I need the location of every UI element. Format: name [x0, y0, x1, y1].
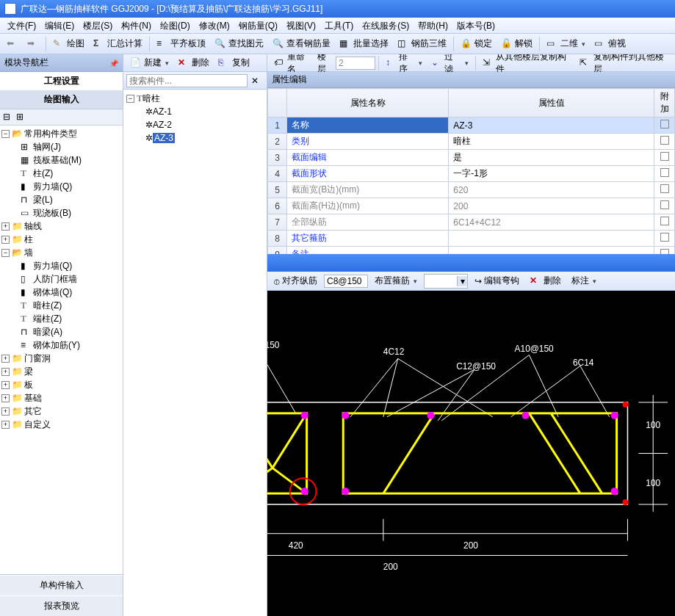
cell-name[interactable]: 类别 [287, 134, 449, 150]
tree-item[interactable]: ▯人防门框墙 [0, 272, 123, 286]
cell-val[interactable]: 6C14+4C12 [449, 214, 654, 231]
tree-item[interactable]: ⊓暗梁(A) [0, 325, 123, 338]
cell-name[interactable]: 其它箍筋 [287, 231, 449, 247]
tree-axis[interactable]: +轴线 [0, 220, 123, 233]
cell-val[interactable]: 620 [449, 182, 654, 198]
tree-item[interactable]: ▮剪力墙(Q) [0, 180, 123, 193]
menu-modify[interactable]: 修改(M) [195, 18, 234, 33]
tree-item[interactable]: ⊞轴网(J) [0, 140, 123, 153]
lock-button[interactable]: 锁定 [457, 36, 496, 52]
cell-val[interactable]: 一字-1形 [449, 166, 654, 182]
tab-drawin[interactable]: 绘图输入 [0, 90, 123, 109]
cell-name[interactable]: 全部纵筋 [287, 214, 449, 231]
cell-flag[interactable] [654, 117, 675, 134]
editbend-button[interactable]: ↪编辑弯钩 [471, 273, 523, 289]
menu-floor[interactable]: 楼层(S) [79, 18, 117, 33]
menu-file[interactable]: 文件(F) [3, 18, 40, 33]
batch-button[interactable]: ▦批量选择 [336, 36, 392, 52]
menu-draw[interactable]: 绘图(D) [156, 18, 195, 33]
new-button[interactable]: 新建 [126, 55, 173, 71]
tree-item[interactable]: ⊓梁(L) [0, 193, 123, 206]
tab-engset[interactable]: 工程设置 [0, 72, 123, 90]
cell-flag[interactable] [654, 166, 675, 182]
component-tree[interactable]: −暗柱 ✲AZ-1 ✲AZ-2 ✲AZ-3 [123, 90, 267, 616]
nav-tree[interactable]: −常用构件类型 ⊞轴网(J) ▦筏板基础(M) 柱(Z) ▮剪力墙(Q) ⊓梁(… [0, 126, 123, 574]
comp-item[interactable]: ✲AZ-1 [125, 105, 265, 118]
cell-name[interactable]: 截面形状 [287, 166, 449, 182]
cell-name[interactable]: 截面宽(B边)(mm) [287, 182, 449, 198]
threed-button[interactable]: ◫钢筋三维 [394, 36, 450, 52]
tree-beam[interactable]: +梁 [0, 365, 123, 378]
menu-view[interactable]: 视图(V) [282, 18, 320, 33]
tree-slab[interactable]: +板 [0, 378, 123, 391]
del-button[interactable]: 删除 [526, 273, 565, 289]
level-button[interactable]: ≡平齐板顶 [153, 36, 209, 52]
cell-val[interactable]: 200 [449, 198, 654, 214]
cell-val[interactable]: AZ-3 [449, 117, 654, 134]
menu-tools[interactable]: 工具(T) [320, 18, 358, 33]
cell-name[interactable]: 截面编辑 [287, 150, 449, 166]
tree-item[interactable]: 端柱(Z) [0, 312, 123, 325]
tree-item[interactable]: ▭现浇板(B) [0, 206, 123, 220]
note-button[interactable]: 标注 [568, 273, 600, 289]
tree-root[interactable]: −常用构件类型 [0, 127, 123, 140]
collapse-all-icon[interactable]: ⊞ [16, 112, 28, 123]
sort-button[interactable]: 排序 [382, 55, 426, 71]
search-input[interactable] [126, 74, 248, 87]
calc-button[interactable]: 汇总计算 [90, 36, 146, 52]
tree-door[interactable]: +门窗洞 [0, 352, 123, 365]
cell-name[interactable]: 截面高(H边)(mm) [287, 198, 449, 214]
nav-fwd-button[interactable] [24, 36, 43, 52]
filter-button[interactable]: 过滤 [427, 55, 472, 71]
tree-item[interactable]: ▦筏板基础(M) [0, 153, 123, 167]
comp-root[interactable]: −暗柱 [125, 92, 265, 105]
cell-flag[interactable] [654, 182, 675, 198]
tree-col[interactable]: +柱 [0, 233, 123, 246]
tree-item[interactable]: ▮砌体墙(Q) [0, 286, 123, 299]
menu-help[interactable]: 帮助(H) [414, 18, 452, 33]
menu-component[interactable]: 构件(N) [117, 18, 156, 33]
align-button[interactable]: ⦶对齐纵筋 [270, 273, 321, 289]
cell-val[interactable] [449, 231, 654, 247]
cell-flag[interactable] [654, 198, 675, 214]
2d-button[interactable]: ▭二维 [543, 36, 589, 52]
tree-item[interactable]: ≡砌体加筋(Y) [0, 338, 123, 352]
copyto-button[interactable]: ⇱复制构件到其他楼层 [576, 55, 672, 71]
clear-button[interactable]: ✕ [248, 73, 264, 89]
cell-val[interactable]: 暗柱 [449, 134, 654, 150]
comp-item[interactable]: ✲AZ-2 [125, 118, 265, 131]
overlook-button[interactable]: ▭俯视 [591, 36, 629, 52]
del-button[interactable]: 删除 [174, 55, 213, 71]
section-canvas[interactable]: C8@150 4C12 C12@150 A10@150 6C14 420 200… [267, 291, 675, 616]
find-button[interactable]: 查找图元 [211, 36, 267, 52]
cell-name[interactable]: 名称 [287, 117, 449, 134]
tree-item[interactable]: 暗柱(Z) [0, 299, 123, 312]
menu-rebar[interactable]: 钢筋量(Q) [234, 18, 282, 33]
menu-version[interactable]: 版本号(B) [452, 18, 499, 33]
rename-button[interactable]: 重命名 [270, 55, 316, 71]
hoop-select[interactable]: ▾ [424, 274, 468, 289]
col-name[interactable]: 属性名称 [287, 89, 449, 117]
tab-single[interactable]: 单构件输入 [0, 575, 123, 595]
cell-flag[interactable] [654, 134, 675, 150]
tree-item[interactable]: ▮剪力墙(Q) [0, 259, 123, 272]
tree-custom[interactable]: +自定义 [0, 418, 123, 431]
col-val[interactable]: 属性值 [449, 89, 654, 117]
cell-flag[interactable] [654, 214, 675, 231]
unlock-button[interactable]: 解锁 [497, 36, 536, 52]
tree-wall[interactable]: −墙 [0, 246, 123, 259]
tree-item[interactable]: 柱(Z) [0, 167, 123, 180]
find2-button[interactable]: 查看钢筋量 [269, 36, 334, 52]
align-input[interactable] [324, 275, 368, 288]
floor-input[interactable] [336, 57, 375, 70]
tree-found[interactable]: +基础 [0, 391, 123, 405]
menu-online[interactable]: 在线服务(S) [358, 18, 414, 33]
comp-item-selected[interactable]: ✲AZ-3 [125, 131, 265, 145]
tree-other[interactable]: +其它 [0, 405, 123, 418]
cell-flag[interactable] [654, 231, 675, 247]
expand-all-icon[interactable]: ⊟ [3, 112, 15, 123]
copy-button[interactable]: 复制 [214, 55, 253, 71]
copyfrom-button[interactable]: ⇲从其他楼层复制构件 [479, 55, 575, 71]
draw-button[interactable]: 绘图 [49, 36, 88, 52]
nav-back-button[interactable] [3, 36, 22, 52]
